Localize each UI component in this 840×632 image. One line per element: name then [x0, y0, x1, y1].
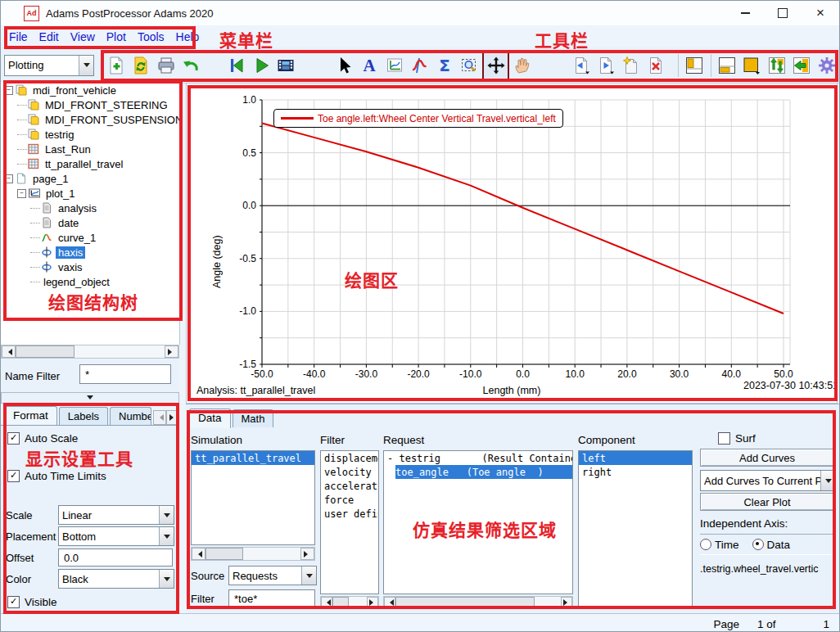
list-item[interactable]: toe_angle (Toe angle ): [384, 465, 572, 479]
offset-input[interactable]: 0.0: [58, 548, 173, 567]
menu-tools[interactable]: Tools: [136, 29, 171, 45]
list-item[interactable]: acceleration: [321, 479, 378, 493]
mode-select[interactable]: Plotting: [4, 55, 94, 76]
close-button[interactable]: ×: [802, 1, 839, 25]
maximize-button[interactable]: [764, 1, 802, 25]
expander-icon[interactable]: −: [4, 86, 13, 95]
menu-file[interactable]: File: [7, 29, 34, 45]
tree-collapse-button[interactable]: [1, 392, 179, 404]
surf-checkbox[interactable]: [718, 432, 730, 445]
filter-scrollbar[interactable]: [320, 596, 379, 608]
refresh-button[interactable]: [129, 52, 152, 79]
visible-checkbox[interactable]: ✓: [7, 596, 20, 608]
list-item[interactable]: tt_parallel_travel: [192, 451, 314, 465]
text-tool-button[interactable]: A: [358, 52, 381, 79]
auto-scale-checkbox[interactable]: ✓: [7, 432, 20, 445]
request-scrollbar[interactable]: [383, 596, 573, 608]
print-button[interactable]: [154, 52, 177, 79]
tree-item-tt_parallel_travel[interactable]: tt_parallel_travel: [1, 156, 179, 171]
list-item[interactable]: user defined: [321, 507, 378, 521]
menu-plot[interactable]: Plot: [105, 29, 133, 45]
list-item[interactable]: right: [579, 465, 692, 479]
new-file-button[interactable]: [104, 52, 127, 79]
list-item[interactable]: velocity: [321, 465, 378, 479]
scale-select-arrow[interactable]: [159, 506, 174, 524]
tree-item-date[interactable]: date: [1, 215, 179, 230]
tree-horizontal-scrollbar[interactable]: [1, 345, 179, 359]
tree-item-page_1[interactable]: −page_1: [1, 171, 179, 186]
tree-item-Last_Run[interactable]: Last_Run: [1, 142, 179, 156]
sim-filter-input[interactable]: *toe*: [228, 589, 315, 607]
tree-item-curve_1[interactable]: curve_1: [1, 230, 179, 245]
curve-edit-button[interactable]: [408, 52, 431, 79]
menu-help[interactable]: Help: [174, 29, 206, 45]
layout-corner-button[interactable]: [683, 52, 706, 79]
menu-view[interactable]: View: [69, 29, 102, 45]
minimize-button[interactable]: [726, 1, 764, 25]
add-mode-select-arrow[interactable]: [820, 471, 835, 490]
play-button[interactable]: [250, 52, 273, 79]
tree-item-MDI_FRONT_SUSPENSION[interactable]: MDI_FRONT_SUSPENSION: [1, 112, 179, 127]
undo-button[interactable]: [179, 52, 202, 79]
data-radio[interactable]: [752, 539, 764, 550]
placement-select-arrow[interactable]: [159, 527, 174, 545]
animation-button[interactable]: [274, 52, 297, 79]
request-list[interactable]: - testrig (Result Containertoe_angle (To…: [383, 450, 573, 594]
sigma-button[interactable]: Σ: [433, 52, 456, 79]
time-radio[interactable]: [700, 539, 711, 550]
expander-icon[interactable]: −: [17, 189, 26, 198]
tab-labels[interactable]: Labels: [59, 407, 108, 425]
component-list[interactable]: leftright: [578, 450, 693, 608]
pan-button[interactable]: [482, 51, 508, 80]
tree-item-haxis[interactable]: haxis: [1, 245, 179, 260]
expander-icon[interactable]: −: [4, 174, 13, 183]
auto-time-limits-checkbox[interactable]: ✓: [7, 470, 20, 482]
tree-item-testrig[interactable]: testrig: [1, 127, 179, 142]
tree-item-plot_1[interactable]: −plot_1: [1, 186, 179, 201]
source-select-arrow[interactable]: [301, 567, 316, 585]
previous-page-button[interactable]: [569, 52, 592, 79]
placement-select[interactable]: Bottom: [58, 526, 174, 546]
layout-full-button[interactable]: [740, 52, 763, 79]
menu-edit[interactable]: Edit: [38, 29, 65, 45]
tab-scroll-right[interactable]: [166, 410, 179, 425]
plot-layout-button[interactable]: [383, 52, 406, 79]
simulation-list[interactable]: tt_parallel_travel: [191, 450, 315, 545]
swap-view-button[interactable]: [765, 52, 788, 79]
plot-area[interactable]: -50.0-40.0-30.0-20.0-10.00.010.020.030.0…: [186, 83, 838, 404]
tree-item-analysis[interactable]: analysis: [1, 201, 179, 215]
tree-item-mdi_front_vehicle[interactable]: −mdi_front_vehicle: [1, 83, 179, 97]
select-cursor-button[interactable]: [333, 52, 356, 79]
hand-button[interactable]: [511, 52, 534, 79]
simulation-scrollbar[interactable]: [191, 547, 315, 561]
delete-page-button[interactable]: [644, 52, 667, 79]
list-item[interactable]: force: [321, 493, 378, 507]
scroll-left-icon[interactable]: [2, 345, 16, 358]
settings-gear-button[interactable]: [815, 52, 838, 79]
tab-math[interactable]: Math: [233, 409, 274, 427]
filter-list[interactable]: displacementvelocityaccelerationforceuse…: [320, 450, 379, 594]
tab-number[interactable]: Number: [110, 407, 151, 425]
clear-plot-button[interactable]: Clear Plot: [700, 493, 834, 511]
back-view-button[interactable]: [790, 52, 813, 79]
mode-select-arrow[interactable]: [79, 56, 93, 75]
name-filter-input[interactable]: [79, 364, 171, 384]
color-select-arrow[interactable]: [159, 570, 174, 588]
tab-scroll-left[interactable]: [153, 410, 166, 425]
add-curves-button[interactable]: Add Curves: [700, 449, 834, 467]
tab-data[interactable]: Data: [189, 409, 231, 428]
zoom-box-button[interactable]: [458, 52, 481, 79]
source-select[interactable]: Requests: [228, 566, 317, 585]
scroll-right-icon[interactable]: [165, 345, 178, 358]
list-item[interactable]: left: [579, 451, 692, 465]
scale-select[interactable]: Linear: [58, 505, 174, 525]
tree-item-vaxis[interactable]: vaxis: [1, 260, 179, 274]
new-page-button[interactable]: [619, 52, 642, 79]
layout-bottom-button[interactable]: [716, 52, 738, 79]
tree-item-MDI_FRONT_STEERING[interactable]: MDI_FRONT_STEERING: [1, 97, 179, 112]
tree-item-legend_object[interactable]: legend_object: [1, 274, 179, 289]
list-item[interactable]: - testrig (Result Container: [384, 451, 572, 465]
add-mode-select[interactable]: Add Curves To Current Plot: [700, 470, 836, 491]
tab-format[interactable]: Format: [4, 406, 57, 426]
list-item[interactable]: displacement: [321, 451, 378, 465]
